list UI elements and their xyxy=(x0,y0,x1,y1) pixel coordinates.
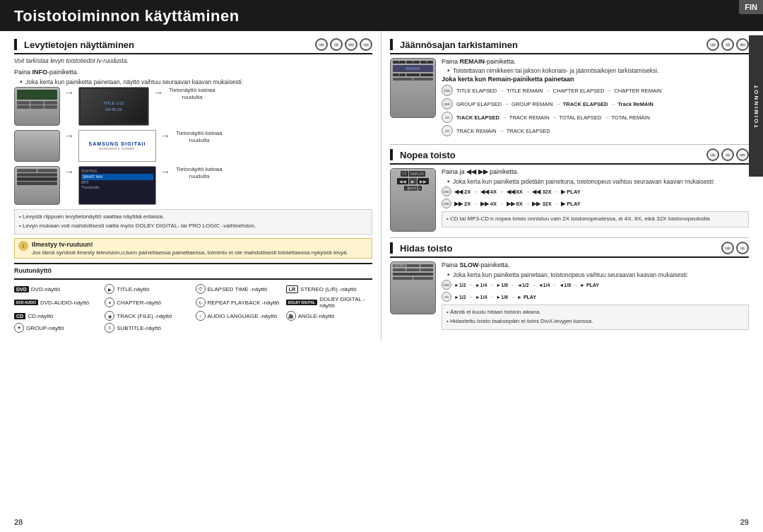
menu-screen: SORTING SMART NAV MP3 Thumbnails xyxy=(78,166,156,205)
seq-row-1: DVD TITLE ELAPSED→ TITLE REMAIN→ CHAPTER… xyxy=(442,85,749,96)
hidas-cd-icon: CD xyxy=(736,242,749,254)
samsung-screen: SAMSUNG DIGITAll everyone's invited. xyxy=(78,130,156,162)
nopea-section: Nopea toisto DVD CD MP3 T/T REPLAY xyxy=(390,148,749,232)
seq-items-4: TRACK REMAIN→ TRACK ELAPSED xyxy=(456,128,550,134)
section-bar-right xyxy=(390,39,393,50)
jaannos-section: Jäännösajan tarkistaminen DVD CD MP3 7 8… xyxy=(390,38,749,138)
speed-dvd-icon-1: DVD xyxy=(442,187,451,196)
hidas-seq-1: ►1/2→ ►1/4→ ►1/8→ ◄1/2→ ◄1/4→ ◄1/8→ ► PL… xyxy=(454,283,599,288)
audio-icon: ♪ xyxy=(196,311,206,321)
bt-lr: LRSTEREO (L/R) -näyttö xyxy=(286,284,372,294)
seq-icon-4: CD xyxy=(442,125,453,136)
seq-icon-3: CD xyxy=(442,112,453,123)
page-number-left: 28 xyxy=(14,518,23,526)
note-1: Levystä riippuen levytietonäyttö saattaa… xyxy=(19,213,367,220)
right-column: Jäännösajan tarkistaminen DVD CD MP3 7 8… xyxy=(382,31,763,341)
remain-bullets: Toistettavan nimikkeen tai jakson kokona… xyxy=(442,67,749,74)
alert-text: Jos tämä symboli ilmesty television,u;tu… xyxy=(32,249,348,256)
nopea-disc-icons: DVD CD MP3 xyxy=(706,148,749,161)
caption-1: Tietonäyttö katoaa ruudulta xyxy=(167,87,217,102)
speed-row-1: DVD ◀◀ 2X→ ◀◀ 4X→ ◀◀ 8X→ ◀◀ 32X→ ▶ PLAY xyxy=(442,187,749,196)
screen-content-1: TITLE 1/12 00:45:23 xyxy=(81,89,147,124)
chapter-icon: ✦ xyxy=(105,297,114,307)
seq-icon-1: DVD xyxy=(442,85,453,96)
arrow-right-1: → xyxy=(64,87,74,98)
menu-row-3: MP3 xyxy=(81,180,153,185)
bt-repeat: ↻REPEAT PLAYBACK -näyttö xyxy=(196,296,282,309)
page-number-right: 29 xyxy=(740,518,749,526)
mp3-disc-icon: MP3 xyxy=(345,38,357,51)
nopea-device: T/T REPLAY ◀◀ ▶ ▶▶ + MUTE ∧ xyxy=(390,168,436,232)
info-instruction: Paina INFO-painiketta. xyxy=(14,69,372,76)
caption-3: Tietonäyttö katoaa ruudulta xyxy=(175,166,224,181)
jaannos-header: Jäännösajan tarkistaminen DVD CD MP3 xyxy=(390,38,749,54)
cd-badge: CD xyxy=(14,313,25,319)
hidas-disc-icons: DVD CD xyxy=(721,242,749,254)
seq-row-2: DVD GROUP ELAPSED→ GROUP REMAIN→ TRACK E… xyxy=(442,98,749,110)
bottom-table-section: Ruutunäyttö DVDDVD-näyttö ▶TITLE-näyttö … xyxy=(14,263,372,333)
bt-dolby: DOLBY DIGITALDOLBY DIGITAL -näyttö xyxy=(286,296,372,309)
menu-row-1: SORTING xyxy=(81,169,153,174)
repeat-icon: ↻ xyxy=(196,297,206,307)
note-2: Levyn mukaan voit mahdollisesti valita m… xyxy=(19,222,367,230)
dvd-badge: DVD xyxy=(14,286,29,292)
samsung-text: SAMSUNG DIGITAll xyxy=(89,141,146,146)
samsung-sub: everyone's invited. xyxy=(100,146,136,150)
arrow-right-2: → xyxy=(64,130,74,141)
speed-dvd-icon-2: DVD xyxy=(442,199,451,208)
alert-box: ! Ilmestyy tv-ruutuun! Jos tämä symboli … xyxy=(14,238,372,259)
main-title: Toistotoiminnon käyttäminen xyxy=(14,7,239,25)
seq-items-2: GROUP ELAPSED→ GROUP REMAIN→ TRACK ELAPS… xyxy=(456,101,653,107)
angle-icon: 🎥 xyxy=(286,311,296,321)
menu-row-2: SMART NAV xyxy=(81,174,153,180)
content-area: Levytietojen näyttäminen DVD CD MP3 DivX… xyxy=(0,31,763,341)
alert-title: Ilmestyy tv-ruutuun! xyxy=(32,241,348,248)
hidas-speed-row-2: CD ►1/2→ ►1/4→ ►1/8→ ► PLAY xyxy=(442,292,749,302)
nopea-cd-icon: CD xyxy=(721,148,734,161)
bt-group: ▼GROUP-näyttö xyxy=(14,323,100,333)
screen-row-2: → SAMSUNG DIGITAll everyone's invited. →… xyxy=(14,130,372,162)
hidas-dvd-icon: DVD xyxy=(721,242,734,254)
toiminnot-sidebar: TOIMINNOT xyxy=(749,35,763,177)
bt-cd: CDCD-näyttö xyxy=(14,311,100,321)
hidas-header: Hidas toisto DVD CD xyxy=(390,242,749,258)
nopea-label: Paina ja ◀◀ ▶▶ painiketta. xyxy=(442,168,749,175)
jaannos-content: 7 8 9 REMAIN 0 xyxy=(390,58,749,138)
title-icon: ▶ xyxy=(105,284,114,294)
hidas-speed-row-1: DVD ►1/2→ ►1/4→ ►1/8→ ◄1/2→ ◄1/4→ ◄1/8→ … xyxy=(442,280,749,290)
seq-icon-2: DVD xyxy=(442,98,453,110)
group-icon: ▼ xyxy=(14,323,24,333)
hidas-instructions: Paina SLOW-painiketta. Joka kerta kun pa… xyxy=(442,261,749,333)
speed-seq-2: ▶▶ 2X→ ▶▶ 4X→ ▶▶ 8X→ ▶▶ 32X→ ▶ PLAY xyxy=(454,201,581,207)
hidas-speed-icon-1: DVD xyxy=(442,280,451,290)
screen-row-3: → SORTING SMART NAV MP3 Thumbnails → Tie… xyxy=(14,166,372,205)
hidas-bullets: Joka kerta kun painiketta painetaan, toi… xyxy=(442,271,749,278)
cd-disc-icon: CD xyxy=(330,38,343,51)
seq-items-3: TrACK ELAPSED→ TRACK REMAIN→ TOTAL ELAPS… xyxy=(456,114,650,121)
device-left-panel-2 xyxy=(14,130,60,162)
nopea-instructions: Paina ja ◀◀ ▶▶ painiketta. Joka kerta ku… xyxy=(442,168,749,232)
remain-label: Paina REMAIN-painiketta. xyxy=(442,58,749,65)
nopea-bullet: Joka kerta kun painiketta pidetään paine… xyxy=(447,178,749,185)
bt-dvd: DVDDVD-näyttö xyxy=(14,284,100,294)
bt-dvdaudio: DVD AUDIODVD-AUDIO-näyttö xyxy=(14,296,100,309)
jaannos-cd-icon: CD xyxy=(721,38,734,51)
divider-2 xyxy=(390,237,749,238)
bt-audio: ♪AUDIO LANGUAGE -näyttö xyxy=(196,311,282,321)
jaannos-instructions: Paina REMAIN-painiketta. Toistettavan ni… xyxy=(442,58,749,138)
hidas-speed-icon-2: CD xyxy=(442,292,451,302)
nopea-header: Nopea toisto DVD CD MP3 xyxy=(390,148,749,165)
bt-angle: 🎥ANGLE-näyttö xyxy=(286,311,372,321)
left-section-header: Levytietojen näyttäminen DVD CD MP3 DivX xyxy=(14,38,372,54)
info-bullet-1: Joka kerta kun painiketta painetaan, näy… xyxy=(20,78,372,85)
track-icon: ◉ xyxy=(105,311,114,321)
page-wrapper: Toistotoiminnon käyttäminen FIN Levytiet… xyxy=(0,0,763,532)
main-header: Toistotoiminnon käyttäminen xyxy=(0,0,763,31)
alert-icon: ! xyxy=(18,241,28,251)
lr-badge: LR xyxy=(286,285,298,293)
seq-row-3: CD TrACK ELAPSED→ TRACK REMAIN→ TOTAL EL… xyxy=(442,112,749,123)
left-section-title: Levytietojen näyttäminen xyxy=(24,40,134,50)
nopea-dvd-icon: DVD xyxy=(706,148,719,161)
hidas-note-1: Ääntä ei kuulu hitaan toiston aikana. xyxy=(446,308,744,316)
bt-title: ▶TITLE-näyttö xyxy=(105,284,191,294)
